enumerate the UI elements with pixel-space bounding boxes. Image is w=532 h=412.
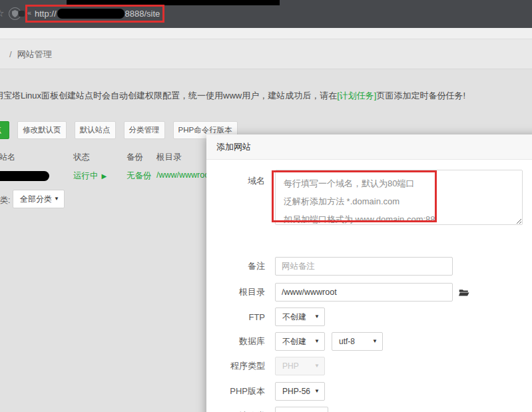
filter-value: 全部分类 bbox=[20, 194, 52, 204]
sort-up-icon[interactable]: ▲ bbox=[77, 152, 82, 158]
breadcrumb: /网站管理 bbox=[0, 39, 532, 69]
note-label: 备注 bbox=[206, 260, 265, 272]
app-type-label: 程序类型 bbox=[206, 360, 265, 372]
domain-textarea[interactable] bbox=[275, 170, 523, 225]
add-website-modal: 添加网站 域名 备注 根目录 bbox=[206, 134, 532, 412]
page-top-band bbox=[0, 28, 532, 39]
app-type-value: PHP bbox=[282, 361, 299, 371]
chevron-down-icon: ▼ bbox=[314, 383, 320, 400]
redacted-site-name bbox=[0, 171, 49, 181]
redacted-favicon bbox=[19, 11, 25, 17]
site-status[interactable]: 运行中▶ bbox=[73, 170, 107, 182]
field-note: 备注 bbox=[206, 257, 453, 276]
breadcrumb-current[interactable]: 网站管理 bbox=[17, 49, 52, 59]
redacted-url-host bbox=[57, 9, 125, 19]
field-site-category: 网站分类 默认分类 ▼ bbox=[206, 407, 328, 412]
ftp-select[interactable]: 不创建 ▼ bbox=[275, 308, 325, 326]
ftp-value: 不创建 bbox=[282, 312, 306, 321]
site-backup[interactable]: 无备份 bbox=[127, 170, 152, 182]
col-root-dir: 根目录 bbox=[156, 152, 182, 163]
star-icon[interactable]: ☆ bbox=[0, 7, 4, 19]
database-value: 不创建 bbox=[282, 337, 306, 346]
field-ftp: FTP 不创建 ▼ bbox=[206, 308, 325, 326]
toolbar: 添加站点 修改默认页 默认站点 分类管理 PHP命令行版本 bbox=[0, 120, 238, 139]
database-select[interactable]: 不创建 ▼ bbox=[275, 332, 325, 351]
play-icon: ▶ bbox=[102, 172, 107, 180]
modal-title: 添加网站 bbox=[216, 142, 251, 152]
charset-value: utf-8 bbox=[339, 337, 355, 346]
php-version-select[interactable]: PHP-56 ▼ bbox=[275, 382, 325, 401]
breadcrumb-separator: / bbox=[9, 49, 12, 59]
field-database: 数据库 不创建 ▼ utf-8 ▼ bbox=[206, 332, 383, 351]
folder-icon[interactable] bbox=[459, 288, 469, 297]
charset-select[interactable]: utf-8 ▼ bbox=[332, 332, 383, 351]
field-domain: 域名 bbox=[206, 170, 523, 225]
root-dir-label: 根目录 bbox=[206, 286, 265, 298]
ftp-label: FTP bbox=[206, 312, 265, 322]
address-url[interactable]: http:// 8888/site bbox=[35, 9, 160, 19]
database-label: 数据库 bbox=[206, 335, 265, 347]
chevron-down-icon: ▼ bbox=[318, 407, 323, 412]
screen: ☆ « http:// 8888/site /网站管理 用宝塔Linux面板创建… bbox=[0, 0, 532, 412]
notice-before: 用宝塔Linux面板创建站点时会自动创建权限配置，统一使用www用户，建站成功后… bbox=[0, 91, 337, 101]
app-type-select: PHP ▼ bbox=[275, 357, 325, 375]
col-backup: 备份 bbox=[127, 152, 143, 163]
domain-label: 域名 bbox=[206, 170, 265, 187]
site-category-select[interactable]: 默认分类 ▼ bbox=[275, 407, 328, 412]
field-app-type: 程序类型 PHP ▼ bbox=[206, 357, 325, 375]
category-manage-button[interactable]: 分类管理 bbox=[124, 121, 165, 139]
field-php-version: PHP版本 PHP-56 ▼ bbox=[206, 382, 325, 401]
modal-body: 域名 备注 根目录 FTP 不创建 bbox=[206, 160, 532, 412]
chevron-down-icon: ▼ bbox=[372, 333, 378, 350]
modify-default-page-button[interactable]: 修改默认页 bbox=[17, 121, 67, 139]
chevron-down-icon: ▼ bbox=[314, 333, 320, 350]
filter-label: 分类: bbox=[0, 195, 10, 206]
browser-address-bar: ☆ « http:// 8888/site bbox=[0, 0, 532, 28]
root-dir-input[interactable] bbox=[275, 283, 453, 302]
add-site-button[interactable]: 添加站点 bbox=[0, 121, 9, 139]
modal-header: 添加网站 bbox=[206, 134, 532, 160]
chevron-icon: « bbox=[27, 9, 31, 17]
category-filter: 分类: 全部分类 ▼ bbox=[0, 190, 52, 210]
chevron-down-icon: ▼ bbox=[54, 190, 59, 208]
php-version-label: PHP版本 bbox=[206, 385, 265, 397]
notice-after: 页面添加定时备份任务! bbox=[376, 91, 465, 101]
category-filter-select[interactable]: 全部分类 ▼ bbox=[13, 190, 65, 208]
redacted-tab-title bbox=[67, 0, 280, 5]
chevron-down-icon: ▼ bbox=[314, 357, 320, 375]
note-input[interactable] bbox=[275, 257, 453, 276]
field-root-dir: 根目录 bbox=[206, 283, 469, 302]
url-prefix: http:// bbox=[35, 9, 57, 19]
chevron-down-icon: ▼ bbox=[314, 308, 320, 325]
php-version-value: PHP-56 bbox=[282, 387, 310, 396]
notice-text: 用宝塔Linux面板创建站点时会自动创建权限配置，统一使用www用户，建站成功后… bbox=[0, 90, 465, 102]
cron-tasks-link[interactable]: [计划任务] bbox=[337, 91, 376, 101]
site-root-path[interactable]: /www/wwwroot bbox=[156, 170, 212, 180]
url-suffix: 8888/site bbox=[125, 9, 160, 19]
default-site-button[interactable]: 默认站点 bbox=[75, 121, 116, 139]
